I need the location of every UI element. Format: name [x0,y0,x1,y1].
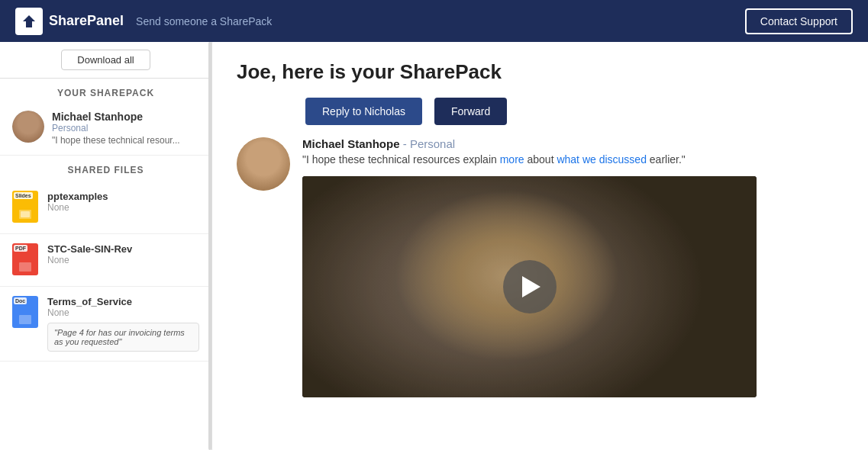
sender-info: Michael Stanhope Personal "I hope these … [52,111,199,146]
forward-button[interactable]: Forward [434,98,507,125]
play-button[interactable] [503,260,557,313]
slides-icon: Slides [12,191,38,223]
file-badge: PDF [14,245,27,252]
file-details: Terms_of_Service None "Page 4 for has ou… [47,296,199,352]
list-item: Slides pptexamples None [0,182,211,234]
file-icon-doc: Doc [12,296,40,329]
main-layout: Download all YOUR SHAREPACK Michael Stan… [0,42,868,450]
svg-rect-2 [21,211,30,217]
message-sender-label: - Personal [403,137,455,150]
page-title: Joe, here is your SharePack [237,60,844,84]
file-sub: None [47,307,199,318]
sender-name: Michael Stanhope [52,111,199,123]
message-text-post: earlier." [647,153,686,166]
pdf-svg [18,261,33,273]
file-name: STC-Sale-SIN-Rev [47,243,199,255]
logo-svg [21,13,37,30]
shared-files-title: SHARED FILES [0,156,211,182]
shared-files-section: SHARED FILES Slides pptexamples None [0,156,211,362]
file-icon-pdf: PDF [12,243,40,277]
file-badge: Slides [14,192,33,199]
file-icon-slides: Slides [12,191,40,224]
slides-svg [18,208,33,220]
header: SharePanel Send someone a SharePack Cont… [0,0,868,42]
svg-rect-3 [19,262,31,272]
logo: SharePanel [15,8,124,35]
message-sender: Michael Stanhope - Personal [302,137,844,150]
file-note: "Page 4 for has our invoicing terms as y… [47,323,199,352]
download-all-button[interactable]: Download all [61,50,150,70]
header-tagline: Send someone a SharePack [136,15,272,27]
content-area: Joe, here is your SharePack Reply to Nic… [212,42,868,450]
sender-preview: "I hope these technical resour... [52,135,199,146]
message-text-pre: "I hope these technical resources explai… [302,153,500,166]
file-name: Terms_of_Service [47,296,199,307]
message-highlight-1: more [500,153,524,166]
doc-icon: Doc [12,296,38,328]
download-all-bar: Download all [0,42,211,79]
pdf-icon: PDF [12,243,38,275]
message-sender-name: Michael Stanhope [302,137,400,150]
list-item: Doc Terms_of_Service None "Page 4 for ha… [0,287,211,362]
message-body: Michael Stanhope - Personal "I hope thes… [302,137,844,397]
file-badge: Doc [14,297,27,304]
sender-avatar [12,111,44,143]
action-bar: Reply to Nicholas Forward [237,98,844,125]
message-area: Michael Stanhope - Personal "I hope thes… [237,137,844,397]
file-sub: None [47,202,199,213]
sidebar: Download all YOUR SHAREPACK Michael Stan… [0,42,212,450]
reply-button[interactable]: Reply to Nicholas [305,98,422,125]
logo-text: SharePanel [49,13,124,29]
svg-marker-0 [23,15,35,27]
svg-rect-4 [19,315,31,324]
file-details: STC-Sale-SIN-Rev None [47,243,199,265]
avatar-face [237,137,290,191]
file-details: pptexamples None [47,191,199,213]
play-icon [522,276,540,297]
sidebar-divider [208,42,211,450]
avatar-face [12,111,44,143]
video-player [302,176,757,397]
doc-svg [18,313,33,326]
contact-support-button[interactable]: Contact Support [745,8,853,34]
logo-icon [15,8,43,35]
message-text-mid: about [524,153,557,166]
avatar [237,137,290,191]
header-left: SharePanel Send someone a SharePack [15,8,272,35]
file-name: pptexamples [47,191,199,202]
sender-label: Personal [52,123,199,133]
sender-card: Michael Stanhope Personal "I hope these … [0,104,211,156]
message-highlight-2: what we discussed [557,153,647,166]
file-sub: None [47,255,199,265]
list-item: PDF STC-Sale-SIN-Rev None [0,234,211,287]
your-sharepack-title: YOUR SHAREPACK [0,79,211,104]
message-text: "I hope these technical resources explai… [302,153,844,166]
